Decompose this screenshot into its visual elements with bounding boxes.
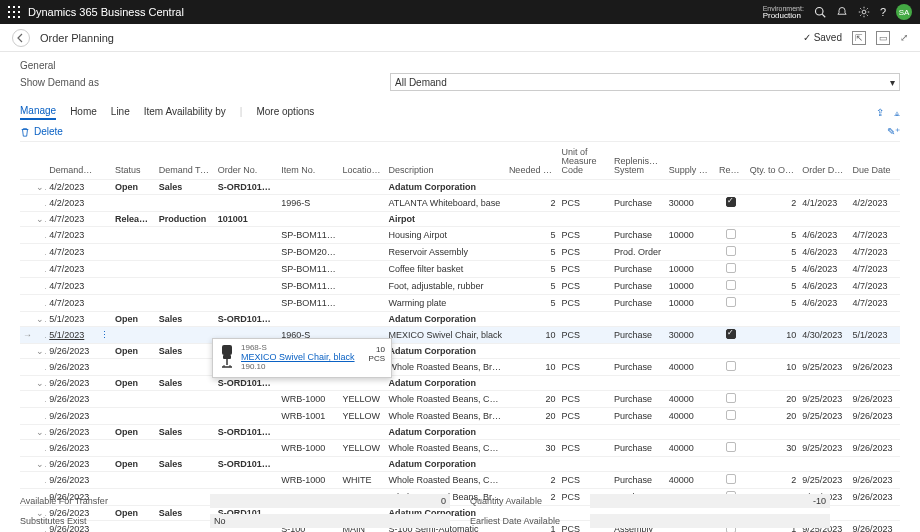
reserve-checkbox[interactable] <box>726 410 736 420</box>
table-row[interactable]: →5/1/2023⋮1960-SMEXICO Swivel Chair, bla… <box>20 327 900 344</box>
expand-caret[interactable]: ⌄ <box>36 459 44 469</box>
substitutes-exist-label: Substitutes Exist <box>20 516 190 526</box>
expand-caret[interactable]: ⌄ <box>36 427 44 437</box>
show-demand-value: All Demand <box>395 77 447 88</box>
earliest-date-value <box>590 514 830 528</box>
reserve-checkbox[interactable] <box>726 246 736 256</box>
col-reserve[interactable]: Reserve <box>716 146 747 180</box>
expand-caret[interactable]: ⌄ <box>36 346 44 356</box>
reserve-checkbox[interactable] <box>726 329 736 339</box>
reserve-checkbox[interactable] <box>726 297 736 307</box>
svg-rect-13 <box>223 355 231 359</box>
back-button[interactable] <box>12 29 30 47</box>
user-avatar[interactable]: SA <box>896 4 912 20</box>
quantity-available-value: -10 <box>590 494 830 508</box>
table-row[interactable]: 9/26/2023WRB-1000WHITEWhole Roasted Bean… <box>20 472 900 489</box>
table-row[interactable]: 4/2/20231996-SATLANTA Whiteboard, base2P… <box>20 195 900 212</box>
table-row[interactable]: ⌄9/26/2023OpenSalesS-ORD101006Adatum Cor… <box>20 376 900 391</box>
table-row[interactable]: ⌄4/2/2023OpenSalesS-ORD101001Adatum Corp… <box>20 180 900 195</box>
table-row[interactable]: 4/7/2023SP-BOM1101Housing Airpot5PCSPurc… <box>20 227 900 244</box>
col-item-no[interactable]: Item No. <box>278 146 339 180</box>
reserve-checkbox[interactable] <box>726 474 736 484</box>
table-row[interactable]: 9/26/2023WRB-1000YELLOWWhole Roasted Bea… <box>20 440 900 457</box>
show-demand-dropdown[interactable]: All Demand ▾ <box>390 73 900 91</box>
table-row[interactable]: 4/7/2023SP-BOM1103Foot, adjustable, rubb… <box>20 278 900 295</box>
delete-label: Delete <box>34 126 63 137</box>
tooltip-item-link[interactable]: MEXICO Swivel Chair, black <box>241 352 385 362</box>
col-status[interactable]: Status <box>112 146 156 180</box>
app-topbar: Dynamics 365 Business Central Environmen… <box>0 0 920 24</box>
svg-rect-0 <box>8 6 10 8</box>
tab-item-availability[interactable]: Item Availability by <box>144 106 226 119</box>
col-due-date[interactable]: Due Date <box>850 146 900 180</box>
item-tooltip: 1968-S MEXICO Swivel Chair, black 190.10… <box>212 338 392 378</box>
table-row[interactable]: 4/7/2023SP-BOM1102Coffee filter basket5P… <box>20 261 900 278</box>
reserve-checkbox[interactable] <box>726 263 736 273</box>
page-title: Order Planning <box>40 32 114 44</box>
delete-button[interactable]: Delete <box>20 126 63 137</box>
table-row[interactable]: ⌄9/26/2023OpenSalesS-ORD101008Adatum Cor… <box>20 457 900 472</box>
table-row[interactable]: 9/26/2023WRB-1001Whole Roasted Beans, Br… <box>20 359 900 376</box>
col-uom[interactable]: Unit of Measure Code <box>558 146 611 180</box>
app-launcher-icon[interactable] <box>8 6 20 18</box>
table-row[interactable]: ⌄9/26/2023OpenSalesS-ORD101005Adatum Cor… <box>20 344 900 359</box>
svg-rect-5 <box>18 11 20 13</box>
substitutes-exist-value: No <box>210 514 450 528</box>
expand-caret[interactable]: ⌄ <box>36 214 44 224</box>
col-demand-date[interactable]: Demand Date <box>46 146 96 180</box>
expand-caret[interactable]: ⌄ <box>36 182 44 192</box>
share-list-icon[interactable]: ⇪ <box>876 107 884 118</box>
reserve-checkbox[interactable] <box>726 229 736 239</box>
settings-icon[interactable] <box>858 6 870 18</box>
reserve-checkbox[interactable] <box>726 197 736 207</box>
table-row[interactable]: 4/7/2023SP-BOM1104Warming plate5PCSPurch… <box>20 295 900 312</box>
environment-badge[interactable]: Environment: Production <box>763 5 804 20</box>
help-icon[interactable]: ? <box>880 6 886 18</box>
tab-home[interactable]: Home <box>70 106 97 119</box>
reserve-checkbox[interactable] <box>726 442 736 452</box>
table-row[interactable]: 9/26/2023WRB-1000YELLOWWhole Roasted Bea… <box>20 391 900 408</box>
general-heading: General <box>20 60 900 71</box>
svg-rect-8 <box>18 16 20 18</box>
reserve-checkbox[interactable] <box>726 393 736 403</box>
share-icon[interactable]: ⇱ <box>852 31 866 45</box>
table-row[interactable]: ⌄9/26/2023OpenSalesS-ORD101007Adatum Cor… <box>20 425 900 440</box>
app-title: Dynamics 365 Business Central <box>28 6 184 18</box>
reserve-checkbox[interactable] <box>726 280 736 290</box>
table-row[interactable]: ⌄4/7/2023ReleasedProduction101001Airpot <box>20 212 900 227</box>
expand-caret[interactable]: ⌄ <box>36 314 44 324</box>
search-icon[interactable] <box>814 6 826 18</box>
expand-caret[interactable]: ⌄ <box>36 378 44 388</box>
table-row[interactable]: 9/26/2023WRB-1001YELLOWWhole Roasted Bea… <box>20 408 900 425</box>
popout-icon[interactable]: ▭ <box>876 31 890 45</box>
table-row[interactable]: 4/7/2023SP-BOM2000Reservoir Assembly5PCS… <box>20 244 900 261</box>
svg-rect-7 <box>13 16 15 18</box>
tab-manage[interactable]: Manage <box>20 105 56 120</box>
available-for-transfer-label: Available For Transfer <box>20 496 190 506</box>
notifications-icon[interactable] <box>836 6 848 18</box>
col-supply-from[interactable]: Supply From <box>666 146 716 180</box>
filter-icon[interactable]: ⟁ <box>894 107 900 118</box>
col-order-no[interactable]: Order No. <box>215 146 278 180</box>
svg-rect-1 <box>13 6 15 8</box>
col-repl[interactable]: Replenishment System <box>611 146 666 180</box>
quantity-available-label: Quantity Available <box>470 496 570 506</box>
expand-icon[interactable]: ⤢ <box>900 32 908 43</box>
reserve-checkbox[interactable] <box>726 361 736 371</box>
table-row[interactable]: ⌄5/1/2023OpenSalesS-ORD101002Adatum Corp… <box>20 312 900 327</box>
col-description[interactable]: Description <box>385 146 505 180</box>
svg-point-9 <box>815 8 823 16</box>
tab-line[interactable]: Line <box>111 106 130 119</box>
col-order-date[interactable]: Order Date <box>799 146 849 180</box>
col-location[interactable]: Location Code <box>340 146 386 180</box>
col-qty-to-order[interactable]: Qty. to Order <box>747 146 800 180</box>
personalize-icon[interactable]: ✎⁺ <box>887 126 900 137</box>
svg-rect-6 <box>8 16 10 18</box>
chevron-down-icon: ▾ <box>890 77 895 88</box>
col-demand-type[interactable]: Demand Type <box>156 146 215 180</box>
col-needed-qty[interactable]: Needed Quantity <box>506 146 559 180</box>
row-menu-icon[interactable]: ⋮ <box>100 330 109 340</box>
planning-grid: Demand Date Status Demand Type Order No.… <box>20 146 900 532</box>
action-row: Delete ✎⁺ <box>20 122 900 142</box>
tab-more-options[interactable]: More options <box>256 106 314 119</box>
